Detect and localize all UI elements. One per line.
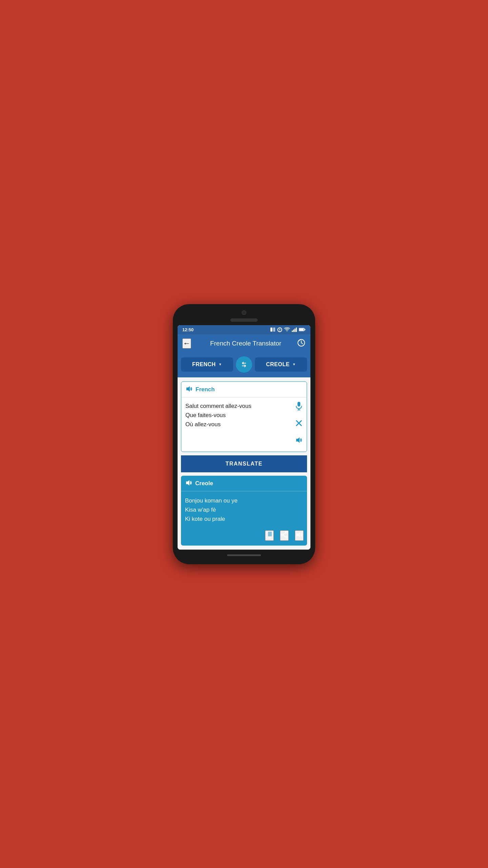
- phone-frame: 12:50: [173, 304, 315, 564]
- input-section: French Salut comment allez-vous Que fait…: [181, 381, 307, 452]
- copy-icon: [266, 531, 273, 538]
- svg-marker-20: [186, 480, 189, 486]
- output-text-area: Bonjou koman ou ye Kisa w'ap fè Ki kote …: [181, 491, 307, 546]
- status-bar: 12:50: [178, 325, 310, 334]
- svg-rect-7: [294, 329, 296, 332]
- svg-marker-19: [296, 437, 300, 443]
- svg-rect-6: [293, 330, 294, 332]
- svg-point-23: [286, 531, 287, 533]
- input-speaker-icon[interactable]: [185, 385, 193, 394]
- svg-rect-22: [268, 531, 272, 537]
- svg-point-25: [281, 534, 283, 535]
- svg-rect-10: [299, 329, 304, 331]
- swap-icon: [240, 360, 248, 369]
- close-icon: [295, 419, 303, 427]
- phone-home-bar: [227, 554, 261, 556]
- back-button[interactable]: ←: [182, 338, 191, 349]
- output-speaker-icon-btn[interactable]: [185, 479, 192, 488]
- history-icon: [297, 338, 306, 347]
- svg-point-24: [286, 536, 287, 538]
- svg-rect-11: [305, 329, 306, 330]
- copy-button[interactable]: [265, 530, 274, 541]
- svg-line-26: [283, 533, 285, 534]
- translated-text: Bonjou koman ou ye Kisa w'ap fè Ki kote …: [185, 496, 303, 524]
- app-title: French Creole Translator: [195, 340, 297, 347]
- translate-button[interactable]: TRANSLATE: [181, 455, 307, 472]
- svg-rect-5: [292, 331, 293, 332]
- output-action-icons: [265, 530, 304, 541]
- output-speaker-icon: [185, 479, 192, 487]
- microphone-icon: [295, 401, 303, 410]
- battery-icon: [299, 328, 306, 332]
- svg-rect-0: [270, 328, 272, 332]
- target-language-button[interactable]: CREOLE ▼: [255, 357, 307, 372]
- wifi-icon: [284, 327, 290, 332]
- svg-marker-13: [186, 386, 190, 392]
- input-text-area[interactable]: Salut comment allez-vous Que faites-vous…: [181, 397, 307, 452]
- output-section: Creole Bonjou koman ou ye Kisa w'ap fè K…: [181, 476, 307, 546]
- status-icons: [270, 327, 306, 332]
- svg-rect-1: [273, 328, 275, 332]
- svg-rect-14: [298, 402, 300, 407]
- svg-point-4: [280, 330, 280, 331]
- signal-icon: [292, 327, 297, 332]
- input-section-header: French: [181, 382, 307, 397]
- share-icon: [281, 531, 288, 538]
- input-language-label: French: [196, 386, 215, 393]
- phone-speaker-grille: [230, 318, 258, 322]
- phone-camera: [242, 310, 246, 315]
- main-content: French Salut comment allez-vous Que fait…: [178, 377, 310, 550]
- svg-marker-28: [297, 532, 300, 537]
- output-language-label: Creole: [195, 480, 213, 487]
- clear-button[interactable]: [294, 419, 303, 430]
- source-lang-chevron: ▼: [219, 362, 222, 366]
- output-section-header: Creole: [181, 476, 307, 491]
- language-selector-row: FRENCH ▼ CREOLE ▼: [178, 353, 310, 377]
- history-button[interactable]: [297, 338, 306, 349]
- source-language-label: FRENCH: [192, 361, 216, 368]
- target-lang-chevron: ▼: [292, 362, 296, 366]
- app-bar: ← French Creole Translator: [178, 334, 310, 353]
- status-time: 12:50: [182, 327, 194, 332]
- speaker-icon: [185, 385, 193, 393]
- notification-icon: [277, 327, 282, 332]
- source-language-button[interactable]: FRENCH ▼: [181, 357, 233, 372]
- phone-screen: 12:50: [178, 325, 310, 550]
- source-text: Salut comment allez-vous Que faites-vous…: [185, 401, 289, 429]
- speaker-small-icon: [295, 436, 303, 444]
- target-language-label: CREOLE: [266, 361, 290, 368]
- output-speaker-btn-icon: [296, 531, 303, 538]
- svg-rect-8: [296, 328, 297, 332]
- share-button[interactable]: [280, 530, 289, 541]
- input-speaker-button[interactable]: [294, 436, 303, 446]
- input-action-icons: [294, 401, 303, 446]
- sim-icon: [270, 327, 276, 332]
- swap-languages-button[interactable]: [236, 356, 252, 373]
- svg-line-27: [283, 535, 285, 537]
- microphone-button[interactable]: [294, 401, 303, 413]
- output-speaker-btn[interactable]: [295, 530, 304, 541]
